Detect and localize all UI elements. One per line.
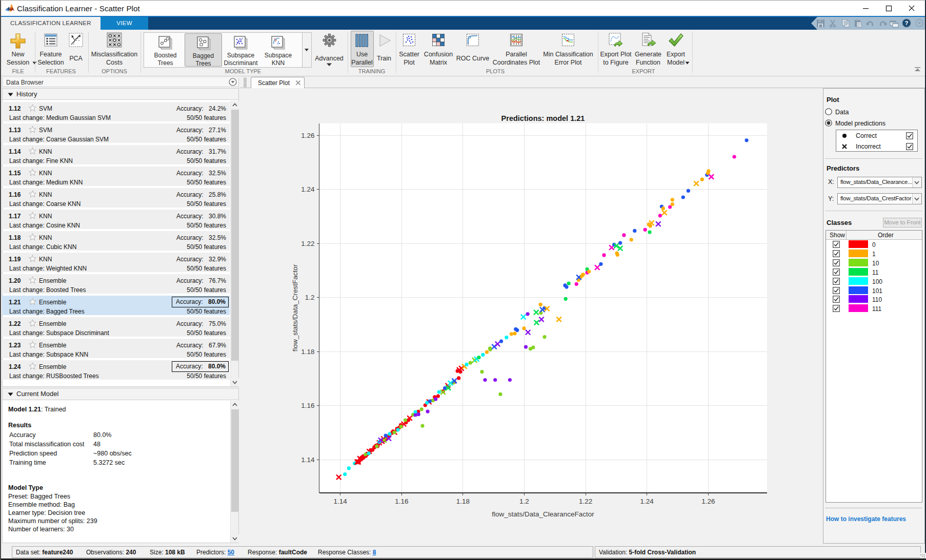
svg-text:1.24: 1.24 (640, 497, 654, 505)
svg-text:1.26: 1.26 (701, 497, 715, 505)
svg-text:flow_stats/Data_ClearanceFacto: flow_stats/Data_ClearanceFactor (492, 510, 594, 518)
svg-text:1.16: 1.16 (395, 497, 408, 505)
svg-text:Predictions: model 1.21: Predictions: model 1.21 (501, 114, 585, 122)
svg-text:?: ? (904, 20, 908, 26)
svg-text:1.22: 1.22 (579, 497, 592, 505)
svg-text:1.18: 1.18 (456, 497, 470, 505)
svg-text:1.2: 1.2 (519, 497, 529, 505)
svg-text:1.14: 1.14 (334, 497, 348, 505)
svg-text:1.24: 1.24 (301, 185, 315, 193)
svg-text:1.14: 1.14 (301, 456, 315, 464)
svg-text:1.26: 1.26 (301, 132, 314, 139)
svg-text:1.18: 1.18 (301, 348, 314, 356)
svg-text:1.22: 1.22 (301, 240, 314, 247)
svg-text:1.16: 1.16 (301, 402, 314, 409)
svg-text:1.2: 1.2 (305, 294, 315, 301)
svg-text:flow_stats/Data_CrestFactor: flow_stats/Data_CrestFactor (291, 264, 299, 351)
